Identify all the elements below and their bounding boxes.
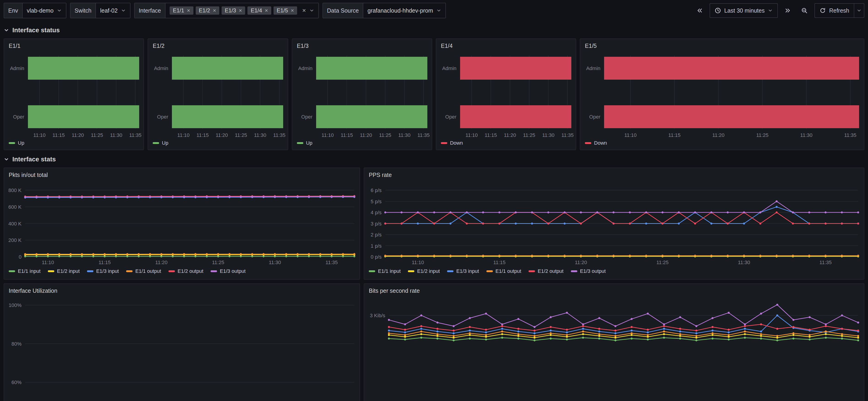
state-timeline-chart[interactable]: 11:1011:1511:2011:2511:3011:35AdminOper [148, 53, 287, 139]
var-env-control[interactable]: Env vlab-demo [4, 3, 66, 18]
legend-item[interactable]: E1/1 input [9, 268, 40, 274]
legend-item[interactable]: E1/1 output [126, 268, 161, 274]
panel-title[interactable]: Pkts in/out total [4, 168, 360, 182]
interface-value-chip[interactable]: E1/2× [196, 6, 219, 14]
utilization-chart[interactable]: 100%80%60% [4, 298, 360, 401]
svg-text:11:20: 11:20 [216, 132, 228, 138]
svg-text:80%: 80% [11, 341, 22, 347]
chip-remove-icon[interactable]: × [265, 8, 268, 13]
section-interface-stats[interactable]: Interface stats [4, 155, 864, 164]
time-range-picker[interactable]: Last 30 minutes [710, 3, 778, 18]
legend-marker [9, 142, 15, 144]
legend-marker [87, 270, 93, 272]
interface-value-chip[interactable]: E1/4× [247, 6, 271, 14]
section-title: Interface status [12, 27, 60, 34]
state-timeline-chart[interactable]: 11:1011:1511:2011:2511:3011:35AdminOper [292, 53, 432, 139]
panel-title[interactable]: PPS rate [364, 168, 864, 182]
var-interface-control[interactable]: Interface E1/1×E1/2×E1/3×E1/4×E1/5× × [134, 3, 319, 18]
chip-remove-icon[interactable]: × [187, 8, 190, 13]
state-timeline-chart[interactable]: 11:1011:1511:2011:2511:3011:35AdminOper [580, 53, 864, 139]
svg-text:400 K: 400 K [8, 221, 22, 226]
legend-item[interactable]: Up [297, 140, 312, 146]
legend-item[interactable]: E1/3 input [447, 268, 479, 274]
var-datasource-value[interactable]: grafanacloud-hhdev-prom [363, 3, 445, 18]
var-env-value[interactable]: vlab-demo [23, 3, 66, 18]
interface-value-chip[interactable]: E1/5× [274, 6, 297, 14]
clear-all-icon[interactable]: × [302, 7, 306, 14]
svg-text:11:15: 11:15 [485, 132, 497, 138]
svg-text:2 p/s: 2 p/s [371, 232, 382, 238]
var-switch-value[interactable]: leaf-02 [96, 3, 130, 18]
panel-title[interactable]: E1/3 [292, 39, 432, 53]
svg-text:Admin: Admin [298, 65, 312, 71]
legend-item[interactable]: E1/3 output [211, 268, 246, 274]
svg-text:11:20: 11:20 [360, 132, 372, 138]
zoom-out-button[interactable] [798, 3, 811, 18]
section-title: Interface stats [12, 156, 56, 163]
legend-item[interactable]: Up [153, 140, 168, 146]
refresh-button-group: Refresh [814, 3, 864, 18]
svg-text:11:15: 11:15 [53, 132, 65, 138]
interface-value-chip[interactable]: E1/1× [169, 6, 193, 14]
panel-title[interactable]: E1/4 [436, 39, 576, 53]
magnifier-minus-icon [801, 7, 808, 14]
panel-title[interactable]: E1/5 [580, 39, 864, 53]
state-timeline-chart[interactable]: 11:1011:1511:2011:2511:3011:35AdminOper [436, 53, 576, 139]
legend-item[interactable]: E1/2 input [48, 268, 80, 274]
var-datasource-control[interactable]: Data Source grafanacloud-hhdev-prom [322, 3, 446, 18]
legend-item[interactable]: Up [9, 140, 24, 146]
svg-text:11:30: 11:30 [110, 132, 122, 138]
panel-title[interactable]: E1/1 [4, 39, 144, 53]
svg-text:6 p/s: 6 p/s [371, 187, 382, 193]
panel-title[interactable]: Interface Utilization [4, 284, 360, 298]
legend-item[interactable]: E1/2 input [408, 268, 440, 274]
pkts-chart[interactable]: 0200 K400 K600 K800 K11:1011:1511:2011:2… [4, 182, 360, 267]
state-timeline-chart[interactable]: 11:1011:1511:2011:2511:3011:35AdminOper [4, 53, 144, 139]
legend-item[interactable]: Down [441, 140, 463, 146]
time-shift-back-button[interactable] [693, 3, 706, 18]
time-shift-forward-button[interactable] [781, 3, 794, 18]
chip-remove-icon[interactable]: × [291, 8, 294, 13]
legend-item[interactable]: E1/2 output [168, 268, 204, 274]
svg-text:11:15: 11:15 [197, 132, 209, 138]
section-interface-status[interactable]: Interface status [4, 26, 864, 35]
panel-title[interactable]: E1/2 [148, 39, 287, 53]
chip-remove-icon[interactable]: × [239, 8, 242, 13]
refresh-interval-dropdown[interactable] [854, 4, 864, 18]
svg-text:11:20: 11:20 [72, 132, 84, 138]
timeline-legend: Down [436, 139, 576, 150]
time-range-label: Last 30 minutes [724, 7, 765, 14]
chevron-down-icon [57, 8, 62, 13]
svg-text:11:35: 11:35 [819, 259, 832, 265]
pps-chart[interactable]: 0 p/s1 p/s2 p/s3 p/s4 p/s5 p/s6 p/s11:10… [364, 182, 864, 267]
double-chevron-right-icon [785, 7, 791, 14]
legend-label: E1/1 output [135, 268, 161, 274]
svg-text:Oper: Oper [157, 114, 168, 120]
chip-label: E1/2 [199, 7, 210, 14]
svg-text:3 Kib/s: 3 Kib/s [370, 313, 385, 318]
legend-item[interactable]: E1/3 output [571, 268, 606, 274]
svg-text:11:25: 11:25 [379, 132, 391, 138]
refresh-button[interactable]: Refresh [815, 4, 854, 18]
legend-label: E1/3 input [456, 268, 479, 274]
legend-marker [487, 270, 493, 272]
var-switch-control[interactable]: Switch leaf-02 [70, 3, 130, 18]
chip-remove-icon[interactable]: × [213, 8, 216, 13]
svg-text:Oper: Oper [589, 114, 600, 120]
panel-title[interactable]: Bits per second rate [364, 284, 864, 298]
svg-text:11:30: 11:30 [800, 132, 812, 138]
var-interface-label: Interface [134, 3, 165, 18]
legend-item[interactable]: Down [585, 140, 607, 146]
bits-chart[interactable]: 3 Kib/s [364, 298, 864, 401]
interface-value-chip[interactable]: E1/3× [222, 6, 245, 14]
var-interface-value[interactable]: E1/1×E1/2×E1/3×E1/4×E1/5× × [165, 3, 318, 18]
legend-label: Down [594, 140, 607, 146]
legend-item[interactable]: E1/2 output [529, 268, 563, 274]
svg-text:11:15: 11:15 [493, 259, 505, 265]
legend-item[interactable]: E1/1 input [369, 268, 401, 274]
svg-text:0 p/s: 0 p/s [371, 254, 382, 260]
legend-item[interactable]: E1/3 input [87, 268, 119, 274]
legend-label: Up [18, 140, 24, 146]
svg-text:11:10: 11:10 [42, 259, 54, 265]
legend-item[interactable]: E1/1 output [487, 268, 522, 274]
